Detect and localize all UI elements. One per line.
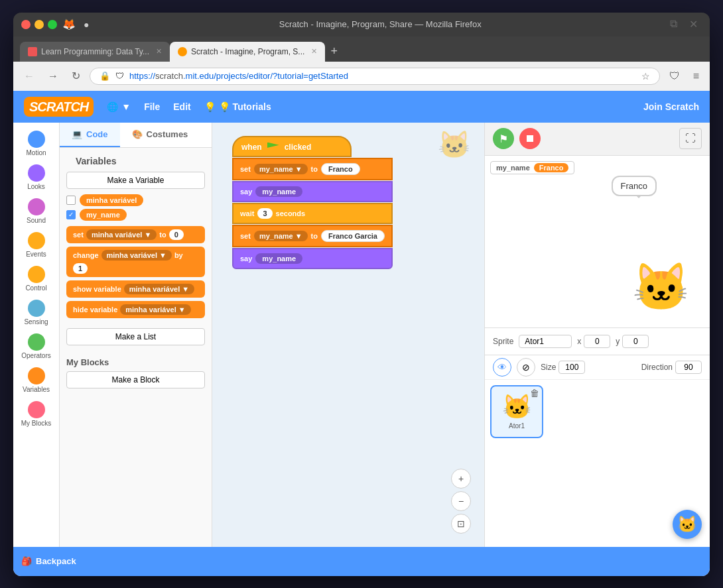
nav-edit[interactable]: Edit <box>173 101 190 112</box>
set-var-dropdown[interactable]: minha variável ▼ <box>86 229 157 240</box>
var-badge-minha[interactable]: minha variável <box>80 194 143 206</box>
set-value[interactable]: 0 <box>169 229 184 240</box>
clicked-label: clicked <box>285 143 312 152</box>
block-btn-show[interactable]: show variable minha variável ▼ <box>66 280 205 298</box>
add-sprite-button[interactable]: 🐱 <box>673 510 702 539</box>
forward-button[interactable]: → <box>44 68 62 85</box>
zoom-in-button[interactable]: + <box>451 469 471 489</box>
y-input[interactable] <box>622 335 649 348</box>
direction-input[interactable] <box>675 361 702 374</box>
hat-block[interactable]: when clicked <box>232 136 352 157</box>
stage-layout-button[interactable]: ⛶ <box>679 128 702 149</box>
block-wait[interactable]: wait 3 seconds <box>232 203 393 224</box>
say-myname-val-2[interactable]: my_name <box>255 253 302 264</box>
visibility-hide-btn[interactable]: ⊘ <box>517 358 535 377</box>
tab-label-2: Scratch - Imagine, Program, S... <box>191 47 304 56</box>
to-label-1: to <box>311 165 318 173</box>
block-set-myname-fgarcia[interactable]: set my_name ▼ to Franco Garcia <box>232 225 393 247</box>
sound-dot <box>28 198 45 215</box>
category-sound[interactable]: Sound <box>17 196 56 227</box>
block-say-myname-1[interactable]: say my_name <box>232 181 393 202</box>
block-say-myname-2[interactable]: say my_name <box>232 248 393 269</box>
make-block-button[interactable]: Make a Block <box>66 371 205 388</box>
bookmark-icon[interactable]: ☆ <box>641 71 650 82</box>
tab-scratch[interactable]: Scratch - Imagine, Program, S... ✕ <box>170 42 325 62</box>
block-set: set minha variável ▼ to 0 <box>66 226 205 243</box>
menu-button[interactable]: ≡ <box>689 68 703 85</box>
checkbox-minha[interactable] <box>66 196 76 205</box>
sprite-extra-row: 👁 ⊘ Size Direction <box>485 355 710 380</box>
block-set-myname-franco[interactable]: set my_name ▼ to Franco <box>232 158 393 180</box>
franco-garcia-value[interactable]: Franco Garcia <box>321 230 385 242</box>
category-looks[interactable]: Looks <box>17 162 56 193</box>
nav-tutorials[interactable]: 💡 💡 Tutorials <box>204 101 271 112</box>
stop-button[interactable]: ⏹ <box>519 128 541 149</box>
category-operators[interactable]: Operators <box>17 331 56 362</box>
sprite-thumb-ator1[interactable]: 🗑 🐱 Ator1 <box>490 385 543 438</box>
close-button[interactable] <box>21 20 31 29</box>
code-blocks-stack[interactable]: when clicked set my_name ▼ to Franco <box>232 136 393 269</box>
change-value[interactable]: 1 <box>73 263 88 274</box>
size-input[interactable] <box>559 361 585 374</box>
block-change: change minha variável ▼ by 1 <box>66 247 205 277</box>
block-btn-hide[interactable]: hide variable minha variável ▼ <box>66 301 205 318</box>
back-button[interactable]: ← <box>20 68 38 85</box>
var-badge-myname[interactable]: my_name <box>80 209 127 221</box>
sprite-name-input[interactable] <box>519 335 572 348</box>
tab-sounds[interactable]: 🔊 Sounds <box>200 123 212 147</box>
scratch-header: SCRATCH 🌐 ▼ File Edit 💡 💡 Tutorials <box>13 91 710 123</box>
block-btn-change[interactable]: change minha variável ▼ by 1 <box>66 247 205 277</box>
category-looks-label: Looks <box>27 183 45 190</box>
green-flag-button[interactable]: ⚑ <box>493 128 514 149</box>
change-var-dropdown[interactable]: minha variável ▼ <box>101 250 172 261</box>
x-input[interactable] <box>584 335 610 348</box>
maximize-button[interactable] <box>48 20 57 29</box>
scratch-nav: 🌐 ▼ File Edit 💡 💡 Tutorials <box>107 101 271 112</box>
code-canvas[interactable]: 🐱 when clicked set my_name ▼ <box>212 123 484 547</box>
category-sensing[interactable]: Sensing <box>17 297 56 328</box>
nav-file[interactable]: File <box>144 101 160 112</box>
titlebar-close-btn[interactable]: ✕ <box>685 15 702 33</box>
speech-bubble: Franco <box>612 176 657 196</box>
hide-label: hide variable <box>73 306 117 314</box>
sprite-delete-icon[interactable]: 🗑 <box>530 388 539 398</box>
category-control[interactable]: Control <box>17 263 56 294</box>
address-bar[interactable]: 🔒 🛡 https://scratch.mit.edu/projects/edi… <box>90 68 660 85</box>
backpack-label: Backpack <box>36 556 76 566</box>
myname-dropdown-2[interactable]: my_name ▼ <box>254 231 308 241</box>
myname-dropdown-1[interactable]: my_name ▼ <box>254 164 308 174</box>
reload-button[interactable]: ↻ <box>68 67 84 85</box>
to-label-2: to <box>311 232 318 240</box>
checkbox-myname[interactable] <box>66 210 76 219</box>
block-btn-set[interactable]: set minha variável ▼ to 0 <box>66 226 205 243</box>
make-variable-button[interactable]: Make a Variable <box>66 172 205 189</box>
category-variables[interactable]: Variables <box>17 365 56 396</box>
shield-button[interactable]: 🛡 <box>665 68 684 85</box>
scratch-main: Motion Looks Sound Events Control <box>13 123 710 547</box>
scratch-logo[interactable]: SCRATCH <box>24 97 94 117</box>
franco-value[interactable]: Franco <box>321 163 360 175</box>
category-motion[interactable]: Motion <box>17 128 56 159</box>
new-tab-button[interactable]: + <box>325 42 343 62</box>
make-list-button[interactable]: Make a List <box>66 328 205 345</box>
visibility-show-btn[interactable]: 👁 <box>493 358 511 377</box>
tab-close-1[interactable]: ✕ <box>156 47 162 56</box>
zoom-out-button[interactable]: − <box>451 491 471 511</box>
seconds-label: seconds <box>276 209 306 217</box>
show-var-dropdown[interactable]: minha variável ▼ <box>124 284 194 294</box>
category-events[interactable]: Events <box>17 229 56 261</box>
tab-code[interactable]: 💻 Code <box>60 123 120 147</box>
tab-close-2[interactable]: ✕ <box>311 47 317 56</box>
tab-learn-programming[interactable]: Learn Programming: Data Ty... ✕ <box>20 42 170 62</box>
category-my-blocks[interactable]: My Blocks <box>17 398 56 430</box>
say-myname-val-1[interactable]: my_name <box>255 186 302 197</box>
backpack-button[interactable]: 🎒 Backpack <box>21 556 76 566</box>
minimize-button[interactable] <box>34 20 44 29</box>
wait-value[interactable]: 3 <box>257 208 272 219</box>
join-scratch-link[interactable]: Join Scratch <box>643 101 699 112</box>
tab-costumes[interactable]: 🎨 Costumes <box>120 123 200 147</box>
nav-globe[interactable]: 🌐 ▼ <box>107 101 131 112</box>
zoom-reset-button[interactable]: ⊡ <box>451 514 471 534</box>
hide-var-dropdown[interactable]: minha variável ▼ <box>120 304 190 315</box>
restore-btn[interactable]: ⧉ <box>666 15 681 33</box>
